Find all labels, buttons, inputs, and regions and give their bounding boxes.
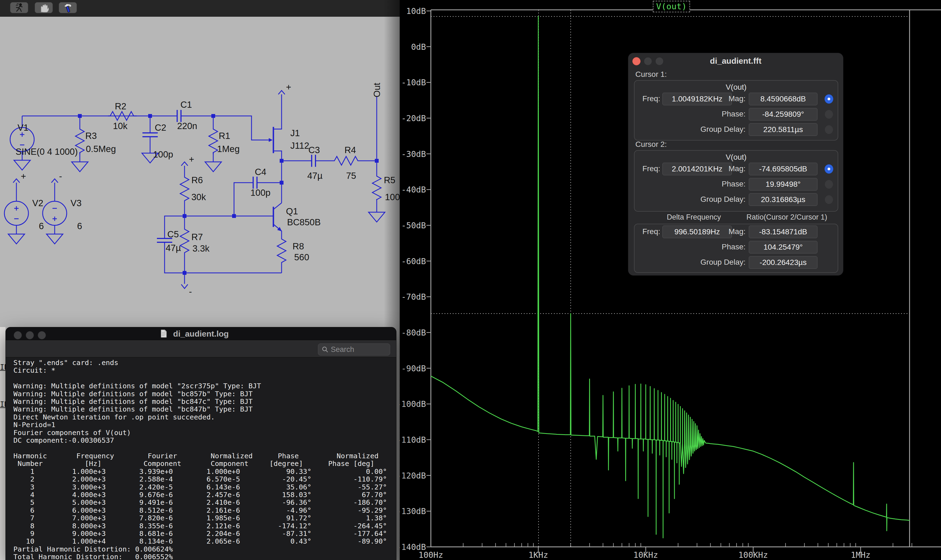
flag-vminus-1: - — [59, 171, 62, 181]
run-button[interactable] — [10, 2, 28, 13]
cursor1-box: V(out) Freq: 1.0049182KHz Mag: 8.4590668… — [634, 80, 838, 140]
y-axis-label: -80dB — [401, 328, 426, 337]
cursor2-phase-field[interactable]: 19.99498° — [749, 178, 817, 191]
component-R5[interactable] — [369, 161, 385, 222]
delta-box: Freq: 996.50189Hz Mag: -83.154871dB Phas… — [634, 224, 838, 273]
cursor2-signal: V(out) — [635, 153, 838, 162]
y-axis-label: -130dB — [400, 506, 426, 516]
flag-vplus-3: + — [21, 171, 26, 181]
y-axis-label: -120dB — [400, 471, 426, 480]
ref-Q1: Q1 — [286, 206, 298, 216]
cursor1-phase-field[interactable]: -84.259809° — [749, 108, 817, 121]
y-axis-label: -90dB — [401, 364, 426, 373]
cursor1-heading: Cursor 1: — [635, 70, 667, 79]
search-input[interactable] — [330, 345, 383, 354]
y-axis-label: -30dB — [401, 149, 426, 159]
ref-J1: J1 — [291, 128, 300, 138]
ref-C2: C2 — [155, 123, 166, 132]
delta-group-delay-field[interactable]: -200.26423µs — [749, 256, 817, 269]
search-field[interactable] — [318, 343, 390, 355]
group-delay-label: Group Delay: — [684, 256, 746, 268]
group-delay-label: Group Delay: — [684, 123, 746, 135]
cursor1-group-delay-field[interactable]: 220.5811µs — [749, 123, 817, 136]
val-R1: 1Meg — [217, 144, 240, 154]
ref-C3: C3 — [308, 145, 320, 155]
val-V3: 6 — [77, 221, 82, 231]
flag-vminus-2: - — [189, 286, 192, 297]
cursor2-mag-radio[interactable] — [824, 164, 833, 174]
plot-legend[interactable]: V(out) — [653, 1, 690, 12]
val-J1: J112 — [291, 140, 309, 151]
freq-label: Freq: — [635, 93, 660, 105]
cursor1-group-delay-radio[interactable] — [824, 125, 833, 134]
log-output[interactable]: Stray ".ends" card: .ends Circuit: * War… — [6, 357, 396, 560]
phase-label: Phase: — [703, 241, 746, 253]
delta-mag-field[interactable]: -83.154871dB — [749, 226, 817, 238]
val-Q1: BC850B — [287, 217, 321, 227]
sliver-text: IN — [0, 400, 5, 409]
component-R7[interactable] — [180, 216, 189, 273]
fft-cursor-dialog[interactable]: di_audient.fft Cursor 1: V(out) Freq: 1.… — [628, 53, 843, 275]
ref-R8: R8 — [292, 241, 304, 251]
y-axis-label: -70dB — [401, 292, 426, 302]
cursor1-phase-radio[interactable] — [824, 110, 833, 119]
component-R8[interactable] — [277, 237, 286, 273]
val-V2: 6 — [39, 221, 44, 231]
cursor2-mag-field[interactable]: -74.695805dB — [749, 163, 817, 175]
component-V3[interactable] — [43, 179, 67, 244]
port-out: Out — [372, 83, 382, 97]
component-R3[interactable] — [72, 116, 88, 172]
val-C3: 47µ — [307, 171, 323, 181]
component-V2[interactable] — [5, 179, 28, 244]
val-R2: 10k — [113, 121, 128, 131]
log-toolbar — [6, 340, 396, 357]
ref-R1: R1 — [219, 131, 230, 141]
y-axis-label: -20dB — [401, 114, 426, 123]
tools-button[interactable] — [59, 2, 77, 13]
component-Q1[interactable] — [274, 203, 282, 237]
val-R8: 560 — [294, 252, 309, 262]
val-C5: 47µ — [166, 243, 181, 253]
val-C2: 100p — [153, 149, 173, 159]
desktop: V1 SINE(0 4 1000) R3 0.5Meg R2 10k C2 10… — [0, 0, 941, 560]
val-C1: 220n — [177, 121, 197, 131]
cursor1-signal: V(out) — [635, 83, 838, 92]
component-J1[interactable] — [269, 91, 285, 161]
freq-label: Freq: — [635, 163, 660, 175]
ref-R7: R7 — [191, 232, 203, 242]
component-C4[interactable] — [253, 177, 257, 189]
ref-C1: C1 — [180, 100, 192, 110]
phase-label: Phase: — [703, 108, 746, 120]
val-R6: 30k — [191, 192, 206, 202]
mag-label: Mag: — [703, 163, 746, 175]
y-axis-label: -60dB — [401, 257, 426, 266]
ref-R3: R3 — [85, 131, 97, 141]
mag-label: Mag: — [703, 226, 746, 238]
ref-R2: R2 — [115, 101, 126, 111]
y-axis-label: -10dB — [401, 78, 426, 87]
delta-frequency-heading: Delta Frequency — [645, 213, 743, 222]
ref-R6: R6 — [191, 175, 203, 185]
log-titlebar[interactable]: di_audient.log — [6, 327, 396, 340]
val-R3: 0.5Meg — [86, 144, 116, 154]
pan-button[interactable] — [35, 2, 53, 13]
delta-phase-field[interactable]: 104.25479° — [749, 241, 817, 254]
y-axis-label: -50dB — [401, 221, 426, 230]
ref-V2: V2 — [32, 198, 43, 208]
flag-vplus-1: + — [286, 82, 291, 92]
cursor2-heading: Cursor 2: — [635, 140, 667, 149]
cursor1-mag-field[interactable]: 8.4590668dB — [749, 93, 817, 105]
log-window: di_audient.log Stray ".ends" card: .ends… — [5, 327, 397, 560]
component-R4[interactable] — [332, 156, 361, 165]
cursor1-mag-radio[interactable] — [824, 94, 833, 104]
cursor2-group-delay-field[interactable]: 20.316863µs — [749, 193, 817, 206]
cursor2-group-delay-radio[interactable] — [824, 195, 833, 204]
search-icon — [321, 346, 329, 353]
cursor2-phase-radio[interactable] — [824, 180, 833, 189]
ref-V1: V1 — [17, 123, 28, 132]
component-C3[interactable] — [312, 155, 315, 167]
component-C1[interactable] — [177, 110, 181, 122]
component-R6[interactable] — [180, 162, 189, 216]
flag-vplus-2: + — [189, 154, 194, 164]
y-axis-label: -100dB — [400, 399, 426, 409]
